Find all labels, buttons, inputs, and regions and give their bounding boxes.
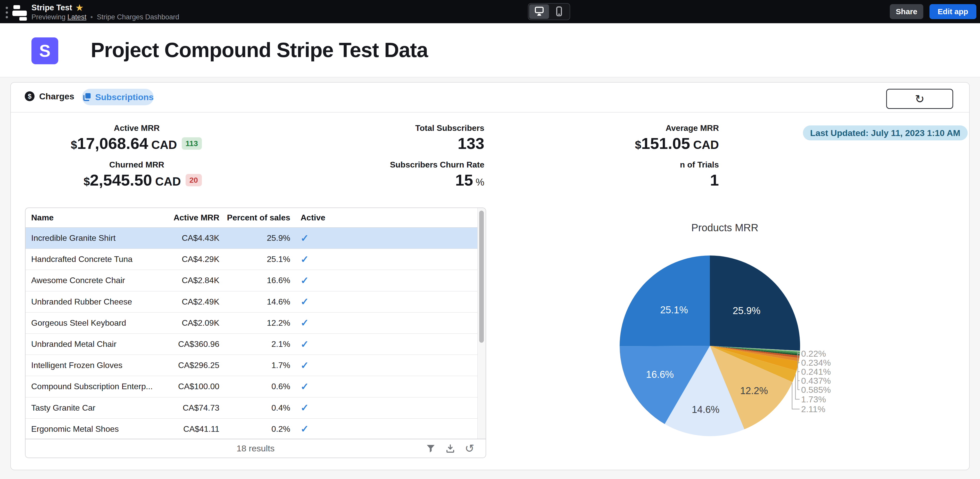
active-count-badge: 113 bbox=[182, 137, 202, 150]
currency-code: CAD bbox=[693, 138, 719, 152]
metric-label-churn-rate: Subscribers Churn Rate bbox=[390, 160, 484, 169]
cell-percent: 0.2% bbox=[220, 424, 290, 434]
tab-subscriptions[interactable]: Subscriptions bbox=[82, 89, 154, 105]
pie-slice-label: 0.22% bbox=[801, 349, 826, 358]
pie-slice-label: 0.241% bbox=[801, 367, 831, 377]
download-icon[interactable] bbox=[445, 443, 455, 454]
table-row[interactable]: Tasty Granite CarCA$74.730.4%✓ bbox=[25, 398, 485, 418]
cell-percent: 0.6% bbox=[220, 382, 290, 391]
column-header-active-mrr[interactable]: Active MRR bbox=[169, 213, 220, 222]
table-row[interactable]: Gorgeous Steel KeyboardCA$2.09K12.2%✓ bbox=[25, 313, 485, 334]
mobile-view-button[interactable] bbox=[549, 5, 569, 19]
table-row[interactable]: Handcrafted Concrete TunaCA$4.29K25.1%✓ bbox=[25, 249, 485, 270]
cell-active-mrr: CA$360.96 bbox=[169, 339, 220, 349]
refresh-button[interactable]: ↻ bbox=[886, 89, 953, 109]
cell-active-mrr: CA$41.11 bbox=[169, 424, 220, 434]
metric-value-active-mrr: $ 17,068.64 CAD 113 bbox=[72, 134, 202, 153]
metric-label-total-subscribers: Total Subscribers bbox=[415, 123, 484, 133]
metric-label-average-mrr: Average MRR bbox=[665, 123, 719, 133]
favorite-star-icon[interactable]: ★ bbox=[76, 3, 83, 13]
pie-slice-label: 1.73% bbox=[801, 394, 826, 404]
table-row[interactable]: Compound Subscription Enterp...CA$100.00… bbox=[25, 376, 485, 397]
products-table: Name Active MRR Percent of sales Active … bbox=[25, 208, 486, 458]
cell-active-mrr: CA$2.09K bbox=[169, 318, 220, 328]
cell-name: Unbranded Rubber Cheese bbox=[25, 297, 169, 307]
metric-number: 1 bbox=[710, 171, 719, 189]
table-row[interactable]: Ergonomic Metal ShoesCA$41.110.2%✓ bbox=[25, 418, 485, 440]
cell-percent: 0.4% bbox=[220, 403, 290, 413]
table-row[interactable]: Incredible Granite ShirtCA$4.43K25.9%✓ bbox=[25, 228, 485, 249]
products-mrr-pie: 25.9%0.22%0.234%0.241%0.437%0.585%1.73%2… bbox=[601, 217, 962, 470]
divider bbox=[11, 112, 969, 113]
column-header-active[interactable]: Active bbox=[290, 213, 341, 222]
cell-name: Gorgeous Steel Keyboard bbox=[25, 318, 169, 328]
cell-active-mrr: CA$296.25 bbox=[169, 361, 220, 370]
device-preview-toggle bbox=[528, 3, 570, 20]
currency-code: CAD bbox=[155, 174, 181, 188]
active-check-icon: ✓ bbox=[301, 275, 309, 286]
cell-name: Incredible Granite Shirt bbox=[25, 233, 169, 243]
metric-number: 15 bbox=[455, 171, 473, 189]
last-updated-badge: Last Updated: July 11, 2023 1:10 AM bbox=[803, 125, 967, 141]
drag-handle-icon[interactable] bbox=[6, 7, 9, 18]
active-check-icon: ✓ bbox=[301, 254, 309, 265]
table-row[interactable]: Awesome Concrete ChairCA$2.84K16.6%✓ bbox=[25, 270, 485, 291]
pie-slice-label: 2.11% bbox=[801, 404, 825, 414]
cell-name: Intelligent Frozen Gloves bbox=[25, 361, 169, 370]
cell-active-mrr: CA$4.29K bbox=[169, 254, 220, 264]
table-scrollbar bbox=[477, 208, 485, 440]
currency-code: CAD bbox=[151, 138, 177, 152]
filter-icon[interactable] bbox=[426, 443, 436, 454]
currency-symbol: $ bbox=[635, 139, 641, 152]
metric-value-churned-mrr: $ 2,545.50 CAD 20 bbox=[72, 171, 202, 189]
table-row[interactable]: Intelligent Frozen GlovesCA$296.251.7%✓ bbox=[25, 355, 485, 376]
tab-charges-label: Charges bbox=[39, 91, 74, 101]
tab-charges[interactable]: $ Charges bbox=[24, 91, 74, 102]
active-check-icon: ✓ bbox=[301, 233, 309, 244]
table-row[interactable]: Unbranded Rubber CheeseCA$2.49K14.6%✓ bbox=[25, 291, 485, 313]
cell-active: ✓ bbox=[290, 233, 341, 244]
refresh-icon: ↻ bbox=[915, 93, 924, 105]
metric-number: 2,545.50 bbox=[90, 171, 152, 189]
share-button[interactable]: Share bbox=[890, 4, 923, 19]
scrollbar-thumb[interactable] bbox=[479, 211, 484, 343]
pie-slice bbox=[710, 255, 800, 351]
cell-name: Compound Subscription Enterp... bbox=[25, 382, 169, 391]
metric-value-n-trials: 1 bbox=[590, 171, 719, 189]
metric-number: 151.05 bbox=[641, 134, 690, 153]
topbar: Stripe Test ★ Previewing Latest • Stripe… bbox=[0, 0, 980, 23]
metric-label-churned-mrr: Churned MRR bbox=[72, 160, 202, 169]
mobile-icon bbox=[553, 6, 565, 18]
metric-value-churn-rate: 15 % bbox=[355, 171, 484, 189]
breadcrumb-separator: • bbox=[88, 13, 95, 21]
version-link[interactable]: Latest bbox=[68, 13, 87, 21]
active-check-icon: ✓ bbox=[301, 339, 309, 350]
pie-slice-label: 0.585% bbox=[801, 385, 831, 394]
pie-slice-label: 12.2% bbox=[740, 385, 768, 396]
cell-active-mrr: CA$2.84K bbox=[169, 276, 220, 285]
cell-active: ✓ bbox=[290, 317, 341, 329]
edit-app-button[interactable]: Edit app bbox=[929, 4, 977, 19]
cell-name: Unbranded Metal Chair bbox=[25, 339, 169, 349]
app-name: Stripe Charges Dashboard bbox=[97, 13, 180, 21]
desktop-view-button[interactable] bbox=[529, 5, 549, 19]
currency-symbol: $ bbox=[84, 175, 90, 188]
pie-slice-label: 0.234% bbox=[801, 358, 831, 367]
cell-percent: 25.1% bbox=[220, 254, 290, 264]
cell-percent: 12.2% bbox=[220, 318, 290, 328]
stripe-logo-letter: S bbox=[39, 41, 51, 61]
table-body: Incredible Granite ShirtCA$4.43K25.9%✓Ha… bbox=[25, 228, 485, 440]
metric-value-total-subscribers: 133 bbox=[355, 134, 484, 153]
pie-slice-label: 25.9% bbox=[733, 305, 760, 316]
table-row[interactable]: Unbranded Metal ChairCA$360.962.1%✓ bbox=[25, 334, 485, 355]
column-header-percent[interactable]: Percent of sales bbox=[220, 213, 290, 222]
active-check-icon: ✓ bbox=[301, 318, 309, 328]
workspace-logo-icon bbox=[12, 4, 28, 21]
column-header-name[interactable]: Name bbox=[25, 213, 169, 222]
cell-active: ✓ bbox=[290, 360, 341, 371]
metric-number: 133 bbox=[458, 134, 484, 153]
cell-active-mrr: CA$4.43K bbox=[169, 233, 220, 243]
reset-icon[interactable]: ↺ bbox=[465, 443, 474, 454]
metric-label-active-mrr: Active MRR bbox=[72, 123, 202, 133]
pie-slice-label: 14.6% bbox=[692, 404, 720, 415]
